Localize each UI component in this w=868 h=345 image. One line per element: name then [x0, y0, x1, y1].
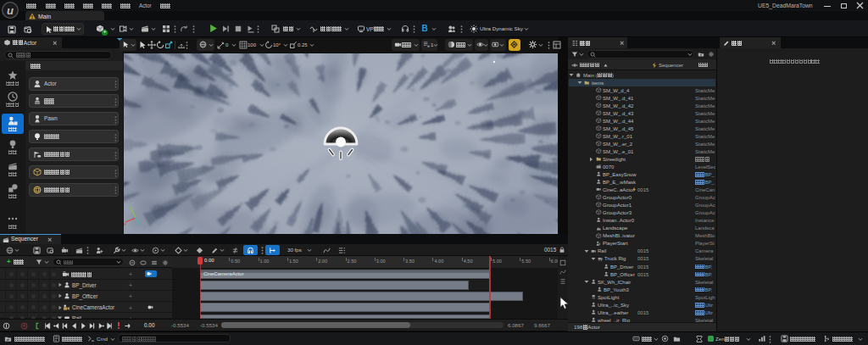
svg-text:x: x: [124, 221, 126, 226]
svg-text:u: u: [7, 4, 14, 17]
